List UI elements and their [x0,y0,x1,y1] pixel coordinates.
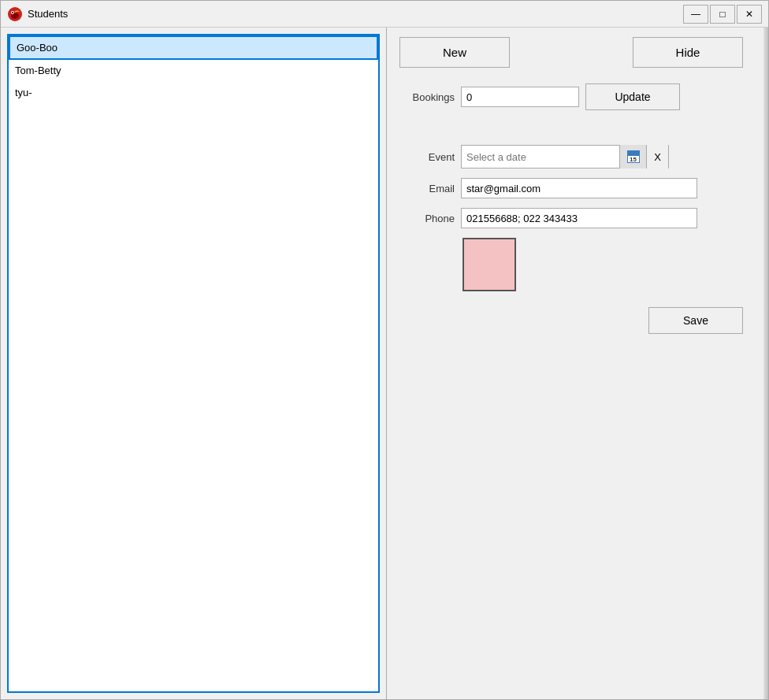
bookings-input[interactable] [461,87,579,107]
students-list[interactable]: Goo-Boo Tom-Betty tyu- [7,34,380,693]
bookings-row: Bookings Update [399,83,756,110]
left-panel: Goo-Boo Tom-Betty tyu- [1,28,387,699]
new-button[interactable]: New [399,37,510,68]
email-row: Email [399,178,756,198]
date-picker[interactable]: 15 X [461,145,669,169]
title-bar: Students — □ ✕ [1,1,768,28]
email-label: Email [399,183,455,194]
save-button[interactable]: Save [648,307,743,334]
event-label: Event [399,151,455,163]
spacer [399,120,756,135]
hide-button[interactable]: Hide [633,37,743,68]
content-area: Goo-Boo Tom-Betty tyu- New Hide Bookings [1,28,768,699]
main-window: Students — □ ✕ Goo-Boo Tom-Betty tyu- [0,0,769,700]
calendar-icon: 15 [627,150,640,163]
color-swatch-row [399,238,756,291]
right-scrollbar[interactable] [763,28,768,699]
date-clear-button[interactable]: X [646,145,668,169]
save-row: Save [399,307,756,334]
svg-point-3 [12,12,13,13]
calendar-button[interactable]: 15 [619,145,646,169]
date-input[interactable] [462,148,619,166]
bookings-label: Bookings [399,91,455,103]
window-title: Students [28,8,683,20]
update-button[interactable]: Update [585,83,680,110]
color-swatch[interactable] [463,238,516,291]
minimize-button[interactable]: — [683,5,708,24]
event-row: Event 15 X [399,145,756,169]
app-icon [7,6,23,22]
list-item[interactable]: Goo-Boo [9,35,378,60]
phone-input[interactable] [461,208,697,228]
phone-row: Phone [399,208,756,228]
window-controls: — □ ✕ [683,5,762,24]
top-buttons-row: New Hide [399,37,756,68]
right-panel: New Hide Bookings Update Event [387,28,768,699]
maximize-button[interactable]: □ [710,5,735,24]
email-input[interactable] [461,178,697,198]
list-item[interactable]: tyu- [9,82,378,104]
phone-label: Phone [399,213,455,224]
close-button[interactable]: ✕ [737,5,762,24]
list-item[interactable]: Tom-Betty [9,60,378,82]
